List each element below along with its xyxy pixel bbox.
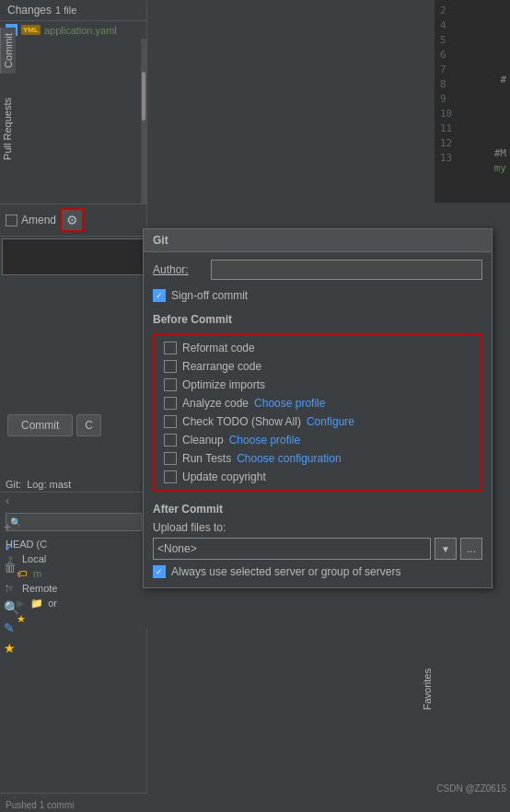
analyze-checkbox[interactable] [164,397,177,410]
signoff-row: ✓ Sign-off commit [144,287,492,309]
git-tabs: Git: Log: mast [0,477,147,493]
author-label: Author: [153,263,203,276]
commit-vertical-tab[interactable]: Commit [0,28,16,74]
always-label: Always use selected server or group of s… [171,565,400,578]
line-6: 6 [440,48,504,63]
arrow-up-icon[interactable]: ↑ [4,580,19,595]
search-icon-left[interactable]: 🔍 [4,600,19,615]
copyright-label: Update copyright [182,470,266,483]
commit-extra-button[interactable]: C [76,414,101,436]
commit-message-area[interactable] [2,238,145,275]
author-input[interactable] [211,260,482,280]
favorites-vertical-tab[interactable]: Favorites [420,663,435,715]
tests-checkbox[interactable] [164,452,177,465]
trash-icon[interactable]: 🗑 [4,560,19,574]
yaml-badge: YML [21,25,41,35]
before-commit-options: Reformat code Rearrange code Optimize im… [153,333,482,492]
dropdown-arrow[interactable]: ▼ [435,538,457,560]
ellipsis-button[interactable]: ... [460,538,482,560]
upload-label: Upload files to: [153,521,482,534]
cleanup-label: Cleanup [182,434,224,447]
line-8: 8 [440,77,504,92]
analyze-label: Analyze code [182,397,249,410]
line-9: 9 [440,92,504,107]
line-4: 4 [440,18,504,33]
nav-arrows: ‹ [0,493,147,509]
head-item: HEAD (C [6,537,142,551]
signoff-checkbox[interactable]: ✓ [153,289,166,302]
star-icon[interactable]: ★ [4,641,19,655]
option-cleanup: Cleanup Choose profile [164,431,471,449]
plus-icon[interactable]: + [4,519,19,534]
tests-link[interactable]: Choose configuration [237,452,341,465]
option-rearrange: Rearrange code [164,357,471,376]
amend-row: Amend ⚙ [0,204,146,237]
left-panel: Changes 1 file ✓ YML application.yaml Am… [0,0,147,812]
cleanup-checkbox[interactable] [164,434,177,447]
reformat-checkbox[interactable] [164,342,177,354]
analyze-link[interactable]: Choose profile [254,397,325,410]
file-item[interactable]: ✓ YML application.yaml [0,21,146,39]
settings-panel: Git Author: ✓ Sign-off commit Before Com… [143,228,493,588]
copyright-checkbox[interactable] [164,470,177,483]
line-2: 2 [440,4,504,18]
star-item: ★ [6,611,142,627]
amend-checkbox[interactable] [6,215,17,226]
line-5: 5 [440,33,504,48]
settings-panel-header: Git [144,229,492,252]
optimize-checkbox[interactable] [164,378,177,391]
upload-dropdown-row: <None> ▼ ... [153,538,482,560]
settings-gear-button[interactable]: ⚙ [60,208,84,232]
code-area: 2 4 5 6 7 8 9 10 11 12 13 # #M my [435,0,510,203]
tests-label: Run Tests [182,452,231,465]
after-commit-section: After Commit Upload files to: <None> ▼ .… [144,495,492,587]
origin-item: ▶ 📁 or [6,596,142,611]
option-copyright: Update copyright [164,468,471,486]
todo-link[interactable]: Configure [307,415,354,428]
rearrange-checkbox[interactable] [164,360,177,373]
remote-item: ▼ Remote [6,581,142,596]
changes-title: Changes [7,4,52,17]
line-numbers: 2 4 5 6 7 8 9 10 11 12 13 [435,0,510,169]
option-tests: Run Tests Choose configuration [164,449,471,468]
todo-label: Check TODO (Show All) [182,415,301,428]
log-label: Log: mast [27,479,71,490]
amend-label: Amend [21,214,56,226]
option-optimize: Optimize imports [164,376,471,394]
branch-item: 🏷 m [6,566,142,581]
action-icons: + ✓ 🗑 ↑ 🔍 ✎ ★ [0,516,23,659]
changes-header: Changes 1 file [0,0,146,21]
line-10: 10 [440,107,504,122]
commit-button[interactable]: Commit [7,414,73,436]
commit-button-area: Commit C [7,414,101,436]
option-analyze: Analyze code Choose profile [164,394,471,412]
search-bar[interactable]: 🔍 [6,513,142,531]
pushed-label: Pushed 1 commi [0,798,147,812]
always-checkbox[interactable]: ✓ [153,565,166,578]
line-11: 11 [440,122,504,136]
reformat-label: Reformat code [182,342,255,354]
upload-select[interactable]: <None> [153,538,431,560]
before-commit-header: Before Commit [144,309,492,330]
option-reformat: Reformat code [164,339,471,357]
file-name: application.yaml [44,25,117,36]
line-7: 7 [440,63,504,77]
edit-icon[interactable]: ✎ [4,621,19,635]
author-row: Author: [144,252,492,287]
cleanup-link[interactable]: Choose profile [229,434,300,447]
back-arrow[interactable]: ‹ [6,494,9,507]
check-icon[interactable]: ✓ [4,539,19,554]
optimize-label: Optimize imports [182,378,265,391]
changes-count: 1 file [55,5,76,16]
code-my-12: my [494,162,506,174]
git-label: Git: [6,479,21,490]
always-row: ✓ Always use selected server or group of… [153,560,482,584]
pull-requests-vertical-tab[interactable]: Pull Requests [0,92,15,166]
local-item: ▼ Local [6,551,142,566]
option-todo: Check TODO (Show All) Configure [164,412,471,431]
signoff-label: Sign-off commit [171,289,248,302]
todo-checkbox[interactable] [164,415,177,428]
watermark: CSDN @ZZ0615 [436,783,506,794]
rearrange-label: Rearrange code [182,360,261,373]
after-commit-header: After Commit [153,503,482,516]
